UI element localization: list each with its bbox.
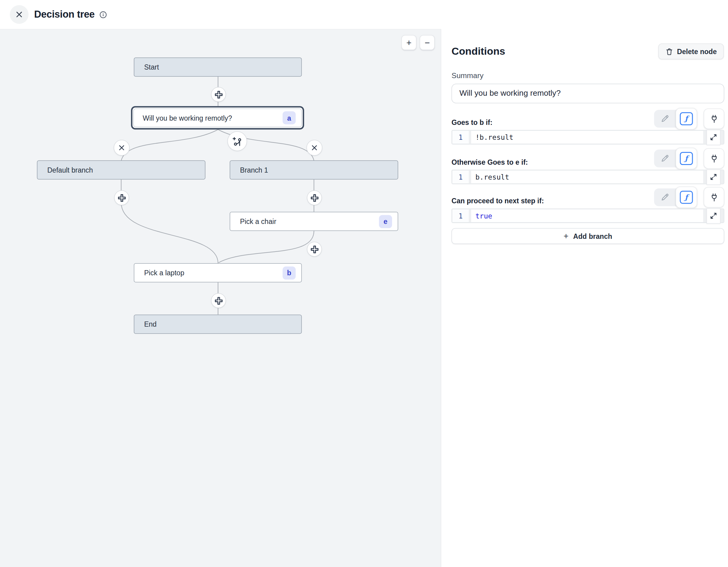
node-question-selected[interactable]: Will you be working remotly? a (131, 106, 304, 130)
plug-button[interactable] (704, 187, 724, 208)
flow-canvas[interactable]: Start Will you be working remotly? a Def… (0, 29, 441, 567)
condition-section-otherwise-e: Otherwise Goes to e if: ƒ (452, 147, 724, 185)
plus-icon (310, 245, 318, 253)
summary-label: Summary (452, 71, 724, 80)
condition-label: Otherwise Goes to e if: (452, 158, 528, 166)
code-text: b.result (471, 171, 703, 184)
expand-icon (710, 213, 717, 219)
delete-node-label: Delete node (677, 47, 717, 55)
fx-icon: ƒ (680, 152, 693, 165)
fx-mode-button[interactable]: ƒ (676, 148, 697, 169)
decision-tree-editor: Decision tree Start Will you be working … (0, 0, 728, 567)
summary-input[interactable] (452, 84, 724, 103)
node-badge: b (283, 266, 296, 279)
condition-label: Goes to b if: (452, 118, 493, 126)
plug-icon (709, 192, 719, 203)
info-icon[interactable] (99, 11, 107, 19)
delete-branch-button[interactable] (307, 140, 322, 156)
node-badge: e (379, 215, 392, 228)
branch-plus-icon (232, 136, 242, 147)
editor-mode-toggle: ƒ (654, 110, 697, 128)
pencil-icon (660, 192, 670, 202)
fx-mode-button[interactable]: ƒ (676, 108, 697, 130)
close-icon (16, 11, 23, 18)
editor-mode-toggle: ƒ (654, 189, 697, 206)
page-title: Decision tree (34, 9, 95, 20)
plus-icon (310, 194, 318, 202)
plus-icon: + (563, 232, 568, 240)
condition-label: Can proceed to next step if: (452, 197, 544, 205)
add-node-button[interactable] (211, 87, 226, 102)
node-label: End (144, 320, 157, 328)
code-editor-proceed[interactable]: 1 true (452, 209, 724, 223)
add-branch-label: Add branch (573, 232, 612, 240)
expand-editor-button[interactable] (706, 169, 720, 185)
expand-icon (710, 174, 717, 181)
node-badge: a (283, 111, 296, 124)
node-pick-chair[interactable]: Pick a chair e (230, 212, 398, 231)
fx-mode-button[interactable]: ƒ (676, 187, 697, 208)
trash-icon (665, 47, 673, 55)
text-mode-button[interactable] (654, 110, 676, 128)
pencil-icon (660, 154, 670, 164)
delete-branch-button[interactable] (114, 140, 130, 156)
code-text: !b.result (471, 131, 703, 144)
plug-icon (709, 113, 719, 124)
add-node-button[interactable] (114, 190, 129, 205)
node-label: Branch 1 (240, 166, 268, 174)
condition-section-proceed: Can proceed to next step if: (452, 186, 724, 223)
plus-icon (118, 194, 126, 202)
add-branch-connector[interactable] (227, 131, 247, 151)
close-button[interactable] (10, 5, 29, 24)
zoom-out-button[interactable]: − (420, 35, 435, 50)
add-node-button[interactable] (307, 190, 322, 205)
add-branch-button[interactable]: + Add branch (452, 228, 724, 244)
node-label: Pick a chair (240, 217, 276, 225)
node-branch-1[interactable]: Branch 1 (230, 161, 398, 180)
node-pick-laptop[interactable]: Pick a laptop b (134, 263, 302, 282)
code-editor-goes-to-b[interactable]: 1 !b.result (452, 130, 724, 145)
add-node-button[interactable] (307, 242, 322, 257)
node-start[interactable]: Start (134, 57, 302, 77)
plus-icon (214, 91, 222, 99)
expand-editor-button[interactable] (706, 208, 720, 224)
node-label: Will you be working remotly? (143, 114, 232, 122)
conditions-panel: Conditions Delete node Summary Goes to b… (441, 29, 728, 567)
zoom-controls: + − (401, 35, 435, 50)
code-text: true (471, 209, 703, 222)
app-header: Decision tree (0, 0, 728, 29)
panel-title: Conditions (452, 45, 505, 57)
expand-editor-button[interactable] (706, 130, 720, 145)
pencil-icon (660, 114, 670, 124)
node-label: Default branch (47, 166, 93, 174)
code-editor-otherwise-e[interactable]: 1 b.result (452, 170, 724, 184)
line-number: 1 (452, 131, 469, 144)
fx-icon: ƒ (680, 191, 693, 204)
expand-icon (710, 134, 717, 141)
zoom-in-button[interactable]: + (401, 35, 416, 50)
delete-node-button[interactable]: Delete node (658, 43, 724, 59)
text-mode-button[interactable] (654, 189, 676, 206)
line-number: 1 (452, 209, 469, 222)
plus-icon (214, 296, 222, 304)
line-number: 1 (452, 171, 469, 184)
x-icon (118, 144, 125, 151)
node-label: Start (144, 63, 159, 71)
x-icon (311, 144, 318, 151)
node-end[interactable]: End (134, 314, 302, 333)
condition-section-goes-to-b: Goes to b if: ƒ (452, 108, 724, 145)
add-node-button[interactable] (211, 293, 226, 308)
editor-mode-toggle: ƒ (654, 150, 697, 167)
plug-button[interactable] (704, 109, 724, 129)
zoom-out-icon: − (425, 38, 430, 47)
zoom-in-icon: + (406, 38, 411, 47)
text-mode-button[interactable] (654, 150, 676, 167)
fx-icon: ƒ (680, 112, 693, 125)
plug-button[interactable] (704, 148, 724, 169)
plug-icon (709, 153, 719, 164)
node-label: Pick a laptop (144, 269, 184, 277)
node-default-branch[interactable]: Default branch (37, 161, 206, 180)
